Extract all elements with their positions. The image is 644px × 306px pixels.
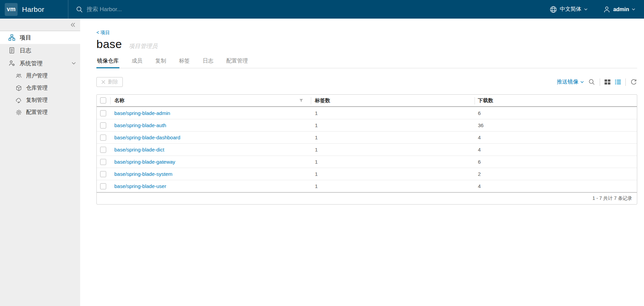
chevron-down-icon — [72, 62, 76, 65]
administrator-icon — [8, 60, 15, 67]
tab-logs[interactable]: 日志 — [202, 55, 214, 68]
sidebar-item-projects[interactable]: 项目 — [0, 31, 80, 44]
table-row: base/spring-blade-gateway 1 6 — [97, 156, 637, 168]
repository-link[interactable]: base/spring-blade-dashboard — [114, 135, 180, 140]
filter-icon[interactable] — [299, 98, 303, 103]
sidebar-item-user-management[interactable]: 用户管理 — [0, 70, 80, 82]
sidebar-item-label: 项目 — [20, 34, 31, 42]
list-view-button[interactable] — [615, 79, 621, 85]
main-content: < 项目 base 项目管理员 镜像仓库 成员 复制 标签 日志 配置管理 删除… — [80, 19, 644, 306]
users-icon — [16, 73, 22, 79]
language-menu[interactable]: 中文简体 — [550, 6, 588, 13]
gear-icon — [16, 109, 22, 116]
row-checkbox[interactable] — [100, 135, 106, 141]
repository-link[interactable]: base/spring-blade-gateway — [114, 159, 175, 165]
role-badge: 项目管理员 — [129, 42, 158, 50]
project-tabs: 镜像仓库 成员 复制 标签 日志 配置管理 — [96, 55, 637, 68]
header-actions: 中文简体 admin — [550, 0, 644, 19]
table-footer: 1 - 7 共计 7 条记录 — [97, 192, 637, 204]
page-title: base — [96, 38, 122, 51]
toolbar-divider — [600, 78, 600, 86]
x-icon — [101, 80, 106, 84]
app-header: vm Harbor 中文简体 adm — [0, 0, 644, 19]
table-row: base/spring-blade-user 1 4 — [97, 180, 637, 192]
repository-link[interactable]: base/spring-blade-auth — [114, 122, 166, 128]
downloads-count: 6 — [478, 110, 481, 116]
push-image-label: 推送镜像 — [557, 78, 578, 86]
downloads-count: 6 — [478, 159, 481, 165]
row-checkbox[interactable] — [100, 110, 106, 116]
repositories-table: 名称 标签数 下载数 base/spring-blade-admin 1 6 — [96, 94, 637, 205]
chevron-down-icon — [632, 8, 635, 10]
column-header-tags[interactable]: 标签数 — [315, 97, 330, 104]
list-view-icon — [615, 79, 621, 85]
global-search — [68, 0, 550, 19]
table-row: base/spring-blade-auth 1 36 — [97, 119, 637, 131]
log-list-icon — [8, 47, 15, 54]
delete-button[interactable]: 删除 — [96, 77, 123, 87]
row-checkbox[interactable] — [100, 122, 106, 128]
tab-configuration[interactable]: 配置管理 — [226, 55, 249, 68]
breadcrumb-projects-link[interactable]: < 项目 — [96, 30, 110, 36]
replication-cloud-icon — [16, 97, 22, 103]
tags-count: 1 — [315, 135, 318, 140]
downloads-count: 2 — [478, 171, 481, 177]
sidebar-item-registry-management[interactable]: 仓库管理 — [0, 82, 80, 94]
downloads-count: 4 — [478, 183, 481, 189]
refresh-button[interactable] — [630, 78, 637, 86]
push-image-button[interactable]: 推送镜像 — [557, 78, 584, 86]
search-repositories-button[interactable] — [588, 78, 595, 86]
tags-count: 1 — [315, 159, 318, 165]
language-label: 中文简体 — [560, 6, 581, 13]
brand[interactable]: vm Harbor — [0, 0, 68, 19]
table-row: base/spring-blade-dict 1 4 — [97, 143, 637, 156]
chevron-down-icon — [584, 8, 588, 10]
repository-link[interactable]: base/spring-blade-system — [114, 171, 172, 177]
search-icon — [76, 6, 83, 13]
tab-labels[interactable]: 标签 — [178, 55, 190, 68]
records-summary: 1 - 7 共计 7 条记录 — [593, 195, 632, 202]
column-header-name[interactable]: 名称 — [114, 97, 124, 104]
row-checkbox[interactable] — [100, 171, 106, 177]
column-header-downloads[interactable]: 下载数 — [478, 97, 493, 104]
row-checkbox[interactable] — [100, 159, 106, 165]
vmware-logo: vm — [5, 3, 18, 16]
repository-link[interactable]: base/spring-blade-dict — [114, 147, 164, 152]
user-icon — [603, 6, 611, 13]
toolbar-divider — [625, 78, 626, 86]
table-row: base/spring-blade-dashboard 1 4 — [97, 131, 637, 143]
tab-replication[interactable]: 复制 — [155, 55, 167, 68]
tab-repositories[interactable]: 镜像仓库 — [96, 55, 119, 68]
sidebar-item-label: 日志 — [20, 47, 31, 54]
search-icon — [588, 78, 595, 86]
double-chevron-left-icon — [70, 22, 76, 27]
refresh-icon — [630, 78, 637, 86]
sidebar-item-label: 复制管理 — [26, 97, 48, 104]
select-all-checkbox[interactable] — [100, 97, 106, 103]
repository-link[interactable]: base/spring-blade-admin — [114, 110, 170, 116]
table-row: base/spring-blade-admin 1 6 — [97, 107, 637, 119]
tags-count: 1 — [315, 183, 318, 189]
organization-icon — [8, 34, 15, 41]
user-menu[interactable]: admin — [603, 6, 635, 13]
tab-members[interactable]: 成员 — [131, 55, 143, 68]
card-view-button[interactable] — [604, 79, 611, 85]
row-checkbox[interactable] — [100, 147, 106, 153]
sidebar-item-configuration[interactable]: 配置管理 — [0, 106, 80, 118]
row-checkbox[interactable] — [100, 183, 106, 189]
grid-view-icon — [604, 79, 611, 85]
repository-link[interactable]: base/spring-blade-user — [114, 183, 166, 189]
cube-icon — [16, 85, 22, 91]
downloads-count: 36 — [478, 122, 484, 128]
sidebar-item-replication-management[interactable]: 复制管理 — [0, 94, 80, 106]
tags-count: 1 — [315, 110, 318, 116]
sidebar-item-label: 用户管理 — [26, 72, 48, 79]
tags-count: 1 — [315, 122, 318, 128]
sidebar: 项目 日志 系统管理 — [0, 19, 80, 306]
sidebar-item-administration[interactable]: 系统管理 — [0, 57, 80, 70]
search-input[interactable] — [87, 6, 229, 13]
sidebar-item-logs[interactable]: 日志 — [0, 44, 80, 57]
sidebar-collapse-button[interactable] — [0, 19, 80, 31]
downloads-count: 4 — [478, 147, 481, 152]
chevron-down-icon — [580, 81, 584, 83]
